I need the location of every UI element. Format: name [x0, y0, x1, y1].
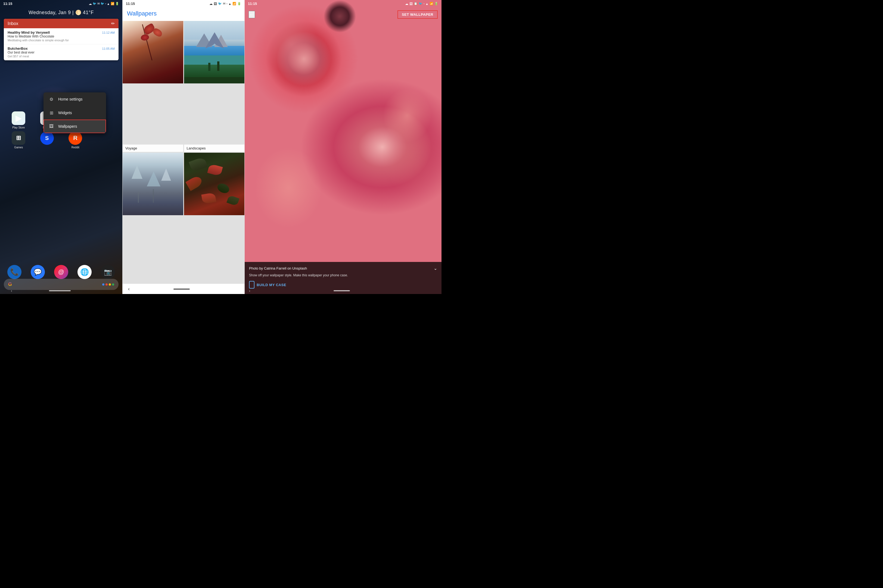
landscapes-label: Landscapes — [184, 144, 245, 152]
dock-phone[interactable]: 📞 — [8, 265, 21, 279]
dock-messaging[interactable]: 💬 — [31, 265, 45, 279]
context-menu: ⚙ Home settings ⊞ Widgets 🖼 Wallpapers — [44, 92, 106, 133]
weather-date: Wednesday, Jan 9 | 🌕 41°F — [0, 9, 122, 15]
reddit-icon: R — [69, 131, 82, 145]
games-icon: ⊞ — [12, 131, 25, 145]
wp-signal: 📶 — [233, 2, 236, 5]
wallpaper-landscapes[interactable]: Landscapes — [184, 21, 245, 152]
floral-detail-3 — [254, 147, 323, 228]
leaves-thumbnail — [184, 153, 245, 215]
reddit-label: Reddit — [72, 146, 80, 149]
phone-case-icon — [249, 281, 254, 289]
menu-item-home-settings[interactable]: ⚙ Home settings — [44, 92, 106, 106]
preview-status-icons: ☁ 🖼 📋 🐦 • ▲ 📶 🔋 — [405, 2, 438, 6]
app-games[interactable]: ⊞ Games — [5, 131, 32, 149]
inbox-title: Inbox — [8, 21, 18, 26]
home-dock: 📞 💬 @ 🌐 📷 — [0, 265, 122, 279]
menu-item-wallpapers[interactable]: 🖼 Wallpapers — [44, 120, 106, 133]
inbox-card[interactable]: Inbox ✏ Healthy Mind by Verywell 11:12 A… — [4, 19, 119, 60]
play-store-icon: ▶ — [12, 111, 25, 125]
chrome-icon: 🌐 — [78, 265, 92, 279]
prev-battery: 🔋 — [434, 2, 438, 5]
threads-icon: @ — [54, 265, 68, 279]
inbox-preview-1: Meditating with chocolate is simple enou… — [8, 39, 115, 42]
inbox-edit-icon[interactable]: ✏ — [111, 21, 115, 26]
inbox-item-1[interactable]: Healthy Mind by Verywell 11:12 AM How to… — [4, 28, 119, 44]
camera-icon: 📷 — [101, 265, 115, 279]
inbox-sender-2: ButcherBox — [8, 46, 28, 51]
inbox-item-2[interactable]: ButcherBox 11:05 AM Our best deal ever G… — [4, 44, 119, 60]
wp-mail-icon: ✉ — [223, 2, 225, 5]
dock-camera[interactable]: 📷 — [101, 265, 115, 279]
home-search-bar[interactable]: G — [4, 279, 119, 290]
twitter2-icon: 🐦 — [101, 2, 104, 5]
back-nav-icon[interactable]: ‹ — [11, 289, 12, 293]
inbox-preview-2: Get $57 of meat — [8, 55, 115, 58]
weather-widget: Wednesday, Jan 9 | 🌕 41°F — [0, 8, 122, 19]
wallpaper-snowy[interactable] — [123, 153, 183, 284]
app-play-store[interactable]: ▶ Play Store — [5, 111, 32, 129]
voyage-thumbnail — [123, 21, 183, 83]
preview-toolbar: ← SET WALLPAPER — [245, 8, 442, 21]
chevron-down-icon[interactable]: ⌄ — [434, 266, 437, 271]
floral-detail-4 — [382, 118, 442, 194]
home-status-bar: 11:15 ☁ 🐦 ✉ 🐦 • ▲ 📶 🔋 — [0, 0, 122, 8]
build-case-button[interactable]: BUILD MY CASE — [249, 281, 437, 289]
prev-cloud: ☁ — [405, 2, 408, 6]
set-wallpaper-button[interactable]: SET WALLPAPER — [398, 10, 438, 19]
menu-item-widgets[interactable]: ⊞ Widgets — [44, 106, 106, 120]
widgets-icon: ⊞ — [48, 110, 54, 116]
wp-nav-pill — [173, 289, 190, 290]
home-status-icons: ☁ 🐦 ✉ 🐦 • ▲ 📶 🔋 — [89, 2, 119, 6]
google-dots — [102, 284, 114, 286]
mail-icon: ✉ — [97, 2, 100, 5]
app-reddit[interactable]: R Reddit — [62, 131, 89, 149]
preview-nav-bar: ‹ — [245, 289, 442, 293]
wallpaper-voyage[interactable]: Voyage — [123, 21, 183, 152]
prev-note: 📋 — [414, 2, 417, 5]
dock-chrome[interactable]: 🌐 — [78, 265, 92, 279]
app-shazam[interactable]: S — [34, 131, 60, 149]
prev-dot: • — [423, 3, 424, 5]
dock-threads[interactable]: @ — [54, 265, 68, 279]
wallpapers-screen: 11:15 ☁ 🖼 🐦 ✉ • ▲ 📶 🔋 Wallpapers Voyage — [122, 0, 245, 294]
prev-wifi: ▲ — [425, 2, 428, 5]
home-time: 11:15 — [3, 2, 12, 6]
preview-description: Show off your wallpaper style. Make this… — [249, 273, 437, 278]
games-label: Games — [14, 146, 23, 149]
phone-icon: 📞 — [8, 265, 21, 279]
inbox-time-1: 11:12 AM — [102, 31, 115, 34]
preview-back-nav[interactable]: ‹ — [249, 289, 250, 293]
prev-photo: 🖼 — [409, 2, 413, 6]
dot-icon: • — [105, 3, 106, 5]
wp-status-icons: ☁ 🖼 🐦 ✉ • ▲ 📶 🔋 — [209, 2, 241, 6]
settings-icon: ⚙ — [48, 96, 54, 102]
wp-back-icon[interactable]: ‹ — [128, 286, 130, 292]
landscape-thumbnail — [184, 21, 245, 83]
wp-wifi: ▲ — [228, 2, 231, 5]
inbox-time-2: 11:05 AM — [102, 47, 115, 50]
snow-thumbnail — [123, 153, 183, 215]
inbox-subject-1: How to Meditate With Chocolate — [8, 34, 115, 38]
inbox-sender-1: Healthy Mind by Verywell — [8, 30, 50, 34]
home-nav-pill — [49, 290, 71, 291]
preview-nav-pill — [333, 290, 350, 291]
shazam-icon: S — [40, 131, 54, 145]
play-store-label: Play Store — [12, 126, 25, 129]
google-g-icon: G — [8, 282, 12, 287]
wp-header: Wallpapers — [123, 8, 245, 21]
floral-detail-1 — [264, 15, 318, 75]
wp-nav-bar: ‹ — [123, 284, 245, 294]
preview-status-bar: 11:15 ☁ 🖼 📋 🐦 • ▲ 📶 🔋 — [245, 0, 442, 8]
wp-title: Wallpapers — [127, 10, 240, 17]
message-icon: 💬 — [31, 265, 45, 279]
wifi-icon: ▲ — [107, 2, 110, 5]
preview-back-button[interactable]: ← — [248, 11, 255, 18]
wp-time: 11:15 — [126, 2, 135, 6]
battery-icon: 🔋 — [115, 2, 119, 5]
wallpaper-botanicals[interactable] — [184, 153, 245, 284]
wallpaper-grid: Voyage — [123, 21, 245, 284]
home-nav-bar: ‹ — [0, 289, 122, 293]
wp-battery: 🔋 — [237, 2, 241, 5]
inbox-header: Inbox ✏ — [4, 19, 119, 28]
